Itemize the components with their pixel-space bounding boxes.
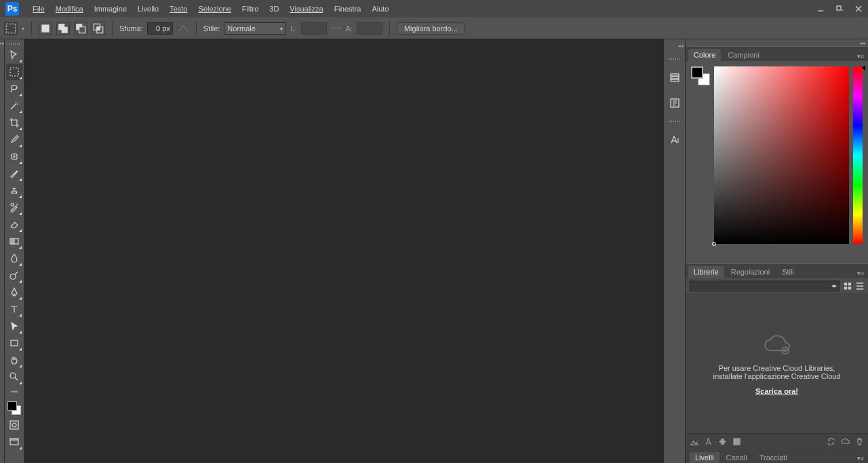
cloud-offline-icon: [764, 333, 791, 357]
menu-3d[interactable]: 3D: [264, 2, 284, 16]
grid-view-icon[interactable]: [844, 282, 852, 290]
gradient-tool[interactable]: [6, 233, 22, 249]
svg-rect-17: [10, 421, 18, 429]
eraser-tool[interactable]: [6, 216, 22, 233]
tab-canali[interactable]: Canali: [721, 452, 753, 463]
eyedropper-tool[interactable]: [6, 132, 22, 148]
svg-rect-1: [6, 24, 16, 33]
clone-stamp-tool[interactable]: [6, 182, 22, 199]
marquee-tool-icon[interactable]: [4, 22, 18, 35]
tab-librerie[interactable]: Librerie: [688, 266, 724, 278]
style-select[interactable]: Normale▾: [224, 22, 286, 35]
maximize-button[interactable]: [830, 2, 849, 16]
toolbox-grip[interactable]: [7, 42, 22, 46]
marquee-tool[interactable]: [6, 64, 22, 80]
left-collapse-strip[interactable]: ▸▸: [0, 39, 5, 463]
feather-input[interactable]: 0 px: [147, 22, 173, 35]
menu-visualizza[interactable]: Visualizza: [284, 2, 328, 16]
menu-filtro[interactable]: Filtro: [237, 2, 264, 16]
add-character-style-icon[interactable]: [704, 437, 713, 446]
healing-brush-tool[interactable]: [6, 148, 22, 165]
hand-tool[interactable]: [6, 352, 22, 368]
menu-aiuto[interactable]: Aiuto: [366, 2, 394, 16]
rectangle-tool[interactable]: [6, 335, 22, 351]
brush-tool[interactable]: [6, 165, 22, 182]
tab-livelli[interactable]: Livelli: [690, 452, 719, 463]
menu-file[interactable]: File: [27, 2, 50, 16]
libraries-panel: ◂▸ Per usare Creative Cloud Libraries, i…: [686, 278, 868, 449]
window-controls: [811, 2, 868, 16]
selection-subtract-icon[interactable]: [74, 22, 87, 35]
svg-rect-6: [79, 27, 85, 33]
libraries-dropdown[interactable]: ◂▸: [690, 281, 840, 291]
svg-rect-26: [844, 286, 847, 289]
menu-modifica[interactable]: Modifica: [50, 2, 89, 16]
svg-rect-15: [11, 340, 18, 346]
add-layer-style-icon[interactable]: [718, 437, 727, 446]
options-bar: ▾ Sfuma: 0 px Stile: Normale▾ L: A: Migl…: [0, 18, 868, 39]
dodge-tool[interactable]: [6, 267, 22, 283]
selection-add-icon[interactable]: [56, 22, 70, 35]
add-graphic-icon[interactable]: [690, 437, 698, 446]
character-panel-icon[interactable]: [667, 132, 683, 148]
height-label: A:: [346, 24, 353, 33]
blur-tool[interactable]: [6, 250, 22, 266]
download-link[interactable]: Scarica ora!: [755, 387, 798, 395]
cloud-icon[interactable]: [841, 437, 850, 446]
svg-rect-29: [734, 439, 740, 445]
layers-panel-menu-icon[interactable]: ▾≡: [853, 454, 868, 463]
refine-edge-button[interactable]: Migliora bordo...: [397, 22, 465, 35]
svg-rect-10: [10, 68, 18, 76]
tab-stili[interactable]: Stili: [776, 266, 800, 278]
path-selection-tool[interactable]: [6, 318, 22, 334]
add-color-icon[interactable]: [732, 437, 741, 446]
tab-tracciati[interactable]: Tracciati: [754, 452, 793, 463]
tab-regolazioni[interactable]: Regolazioni: [726, 266, 775, 278]
selection-new-icon[interactable]: [39, 22, 52, 35]
color-panel-menu-icon[interactable]: ▾≡: [853, 52, 868, 61]
svg-point-16: [10, 373, 16, 378]
expand-dock-icon[interactable]: ◂◂: [678, 43, 685, 49]
collapse-panels-icon[interactable]: ◂◂: [686, 39, 868, 46]
collapsed-dock: ◂◂: [663, 39, 685, 463]
history-panel-icon[interactable]: [667, 69, 683, 85]
menu-livello[interactable]: Livello: [132, 2, 164, 16]
sync-icon[interactable]: [827, 437, 835, 446]
menu-selezione[interactable]: Selezione: [193, 2, 236, 16]
saturation-brightness-picker[interactable]: [714, 66, 849, 244]
move-tool[interactable]: [6, 47, 22, 63]
svg-point-18: [12, 423, 16, 427]
hue-slider[interactable]: [853, 66, 863, 244]
menu-immagine[interactable]: Immagine: [89, 2, 132, 16]
libraries-panel-menu-icon[interactable]: ▾≡: [853, 268, 868, 278]
layers-panel-tabs: Livelli Canali Tracciati ▾≡: [686, 449, 868, 463]
magic-wand-tool[interactable]: [6, 98, 22, 114]
tab-campioni[interactable]: Campioni: [722, 49, 764, 61]
close-button[interactable]: [849, 2, 868, 16]
selection-intersect-icon[interactable]: [92, 22, 105, 35]
lasso-tool[interactable]: [6, 81, 22, 97]
pen-tool[interactable]: [6, 284, 22, 300]
history-brush-tool[interactable]: [6, 199, 22, 216]
libraries-footer: [686, 433, 868, 449]
color-panel-swatches[interactable]: [691, 66, 710, 85]
width-label: L:: [290, 24, 296, 33]
crop-tool[interactable]: [6, 115, 22, 131]
color-swatches[interactable]: [6, 400, 22, 416]
tab-colore[interactable]: Colore: [688, 49, 721, 61]
quick-mask-toggle[interactable]: [6, 417, 22, 433]
type-tool[interactable]: [6, 301, 22, 317]
zoom-tool[interactable]: [6, 369, 22, 385]
edit-toolbar[interactable]: •••: [6, 386, 22, 398]
menu-testo[interactable]: Testo: [164, 2, 193, 16]
feather-label: Sfuma:: [119, 24, 143, 33]
list-view-icon[interactable]: [856, 282, 864, 290]
trash-icon[interactable]: [855, 437, 864, 446]
minimize-button[interactable]: [811, 2, 830, 16]
style-label: Stile:: [203, 24, 220, 33]
screen-mode-toggle[interactable]: [6, 434, 22, 450]
menu-finestra[interactable]: Finestra: [329, 2, 367, 16]
properties-panel-icon[interactable]: [667, 95, 683, 111]
svg-point-14: [10, 274, 16, 279]
canvas-area[interactable]: [24, 39, 663, 463]
